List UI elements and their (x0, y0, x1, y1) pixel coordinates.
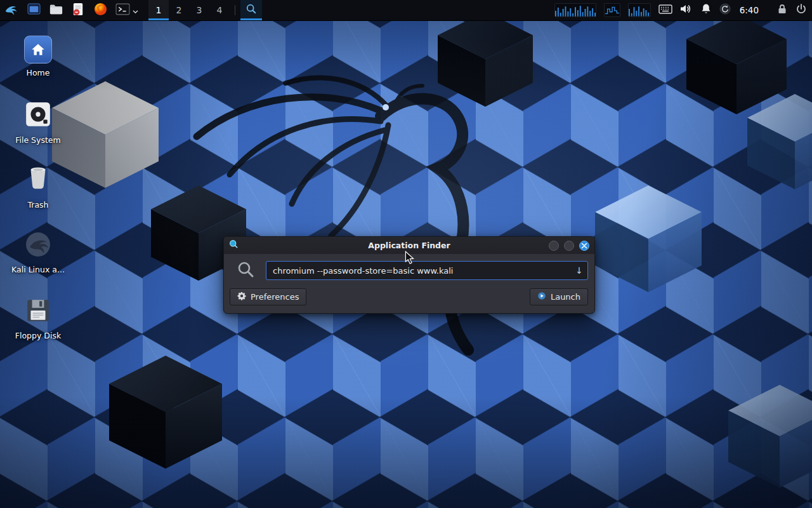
lock-screen-button[interactable] (776, 3, 788, 17)
launch-label: Launch (551, 292, 580, 302)
task-button-application-finder[interactable] (240, 0, 262, 20)
wallpaper-cube (595, 185, 702, 292)
power-icon (796, 3, 807, 17)
logout-button[interactable] (796, 3, 807, 17)
search-icon (246, 3, 257, 17)
chevron-down-icon (133, 4, 138, 17)
keyboard-icon (658, 4, 672, 17)
workspace-3[interactable]: 3 (189, 0, 209, 20)
launcher-files[interactable] (45, 0, 67, 20)
bell-icon (700, 3, 712, 17)
minimize-button[interactable] (549, 241, 559, 251)
wallpaper-cube (109, 356, 222, 469)
desktop-icon-label: Trash (27, 201, 48, 210)
gear-icon (237, 291, 246, 302)
floppy-disk-icon (25, 297, 51, 326)
window-controls (549, 241, 589, 251)
home-icon (24, 36, 52, 64)
launch-icon (537, 291, 546, 302)
file-manager-icon (27, 2, 41, 19)
desktop-icon-kali-linux[interactable]: Kali Linux a... (8, 231, 69, 274)
window-title: Application Finder (224, 241, 594, 250)
clock[interactable]: 6:40 (738, 5, 760, 15)
audio-visualizer (554, 3, 596, 17)
updates-button[interactable] (719, 3, 731, 17)
launcher-firefox[interactable] (89, 0, 112, 20)
volume-icon (680, 4, 693, 17)
preferences-button[interactable]: Preferences (230, 288, 306, 305)
close-button[interactable] (579, 241, 589, 251)
text-editor-icon (71, 2, 86, 19)
maximize-button[interactable] (564, 241, 574, 251)
workspace-2[interactable]: 2 (169, 0, 189, 20)
workspace-label: 1 (156, 5, 162, 15)
kali-logo-icon (4, 1, 19, 19)
system-graph (604, 3, 620, 17)
panel-right-tray: 6:40 (554, 0, 812, 20)
firefox-icon (93, 2, 108, 19)
audio-visualizer-2 (628, 3, 651, 17)
workspace-switcher: 1 2 3 4 (148, 0, 230, 20)
desktop-screen: Home File System Trash (0, 0, 812, 508)
wallpaper-cube (728, 385, 812, 488)
desktop-icon-label: Kali Linux a... (11, 265, 65, 274)
desktop-icon-floppy-disk[interactable]: Floppy Disk (8, 297, 69, 340)
whisker-menu-button[interactable] (0, 0, 23, 20)
workspace-1[interactable]: 1 (148, 0, 169, 20)
launch-button[interactable]: Launch (530, 288, 588, 305)
desktop-icon-label: Floppy Disk (15, 331, 61, 340)
action-row: Preferences Launch (224, 286, 594, 313)
search-row: ↓ (224, 254, 594, 286)
application-finder-window: Application Finder ↓ (223, 236, 595, 314)
wallpaper-cube (747, 94, 812, 189)
search-icon (236, 260, 255, 281)
keyboard-indicator[interactable] (658, 4, 672, 17)
folder-icon (49, 2, 63, 19)
lock-icon (776, 3, 788, 17)
workspace-label: 2 (176, 5, 182, 15)
kali-dragon-watermark (171, 67, 590, 371)
command-input[interactable] (266, 261, 588, 280)
launcher-terminal[interactable] (112, 0, 142, 20)
window-icon (229, 239, 239, 251)
desktop-icon-trash[interactable]: Trash (8, 165, 69, 210)
desktop-icon-home[interactable]: Home (8, 36, 69, 77)
terminal-icon (115, 3, 130, 18)
file-system-icon (24, 100, 52, 131)
titlebar[interactable]: Application Finder (224, 237, 594, 254)
desktop-icon-file-system[interactable]: File System (8, 100, 69, 145)
top-panel: 1 2 3 4 (0, 0, 812, 21)
desktop-icon-label: File System (15, 136, 61, 145)
preferences-label: Preferences (251, 292, 299, 302)
launcher-text-editor[interactable] (67, 0, 89, 20)
close-icon (581, 239, 587, 251)
trash-icon (25, 165, 51, 196)
launcher-file-manager[interactable] (23, 0, 45, 20)
workspace-4[interactable]: 4 (209, 0, 230, 20)
notifications-button[interactable] (700, 3, 712, 17)
refresh-icon (719, 3, 731, 17)
workspace-label: 4 (217, 5, 223, 15)
volume-button[interactable] (680, 4, 693, 17)
kali-linux-icon (25, 231, 51, 260)
workspace-label: 3 (197, 5, 202, 15)
desktop-icon-label: Home (27, 69, 50, 77)
command-entry: ↓ (266, 261, 588, 280)
history-dropdown-icon[interactable]: ↓ (575, 266, 583, 275)
panel-separator (235, 5, 235, 15)
